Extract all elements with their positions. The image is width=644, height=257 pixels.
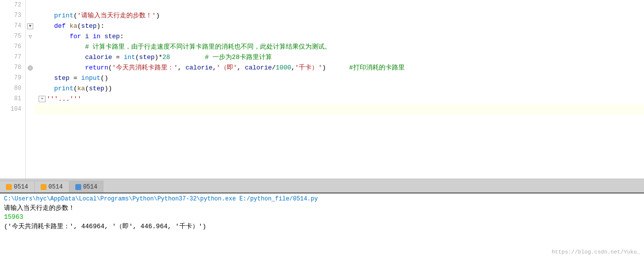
- tab-label-1: 0514: [14, 184, 28, 191]
- line-num-77: 77: [0, 52, 25, 63]
- code-line-78: return('今天共消耗卡路里：', calorie,'（即', calori…: [35, 63, 644, 73]
- code-line-74: def ka(step):: [35, 21, 644, 31]
- arrow-icon-75: ▽: [29, 33, 32, 40]
- gutter-area: ▼ ▽: [26, 0, 35, 179]
- tab-0514-3[interactable]: 0514: [69, 181, 104, 193]
- tabs-bar: 0514 0514 0514: [0, 179, 644, 193]
- breakpoint-icon-78[interactable]: [28, 65, 33, 70]
- gutter-75: ▽: [26, 31, 35, 42]
- line-num-79: 79: [0, 73, 25, 83]
- console-output: ('今天共消耗卡路里：', 446964, '（即', 446.964, '千卡…: [4, 222, 640, 231]
- line-num-80: 80: [0, 83, 25, 94]
- gutter-80: [26, 83, 35, 94]
- tab-icon-2: [41, 184, 47, 190]
- tab-icon-1: [6, 184, 12, 190]
- code-line-77: calorie = int(step)*28 # 一步为28卡路里计算: [35, 52, 644, 63]
- code-line-75: for i in step:: [35, 31, 644, 42]
- line-num-104: 104: [0, 104, 25, 115]
- console-prompt-text: 请输入当天行走的步数！: [4, 204, 75, 212]
- gutter-78[interactable]: [26, 63, 35, 73]
- gutter-79: [26, 73, 35, 83]
- code-line-76: # 计算卡路里，由于行走速度不同计算卡路里的消耗也不同，此处计算结果仅为测试。: [35, 42, 644, 52]
- gutter-74[interactable]: ▼: [26, 21, 35, 31]
- gutter-76: [26, 42, 35, 52]
- line-num-75: 75: [0, 31, 25, 42]
- gutter-81: [26, 94, 35, 104]
- fold-expand-icon-81[interactable]: +: [39, 96, 46, 102]
- gutter-73: [26, 10, 35, 21]
- code-lines[interactable]: print('请输入当天行走的步数！') def ka(step): for i…: [35, 0, 644, 179]
- console-wrapper: C:\Users\hyc\AppData\Local\Programs\Pyth…: [0, 193, 644, 257]
- code-line-73: print('请输入当天行走的步数！'): [35, 10, 644, 21]
- line-num-72: 72: [0, 0, 25, 10]
- line-num-76: 76: [0, 42, 25, 52]
- line-num-74: 74: [0, 21, 25, 31]
- code-line-104: [35, 104, 644, 115]
- tab-0514-2[interactable]: 0514: [35, 181, 69, 193]
- console-input-value: 15963: [4, 213, 640, 221]
- editor-area: 72 73 74 75 76 77 78 79 80 81 104 ▼ ▽: [0, 0, 644, 179]
- code-line-79: step = input(): [35, 73, 644, 83]
- line-numbers: 72 73 74 75 76 77 78 79 80 81 104: [0, 0, 26, 179]
- console-prompt: 请输入当天行走的步数！: [4, 203, 640, 212]
- code-line-80: print(ka(step)): [35, 83, 644, 94]
- tab-0514-1[interactable]: 0514: [0, 181, 35, 193]
- console-area: C:\Users\hyc\AppData\Local\Programs\Pyth…: [0, 193, 644, 257]
- gutter-104: [26, 104, 35, 115]
- code-line-81: +'''...''': [35, 94, 644, 104]
- fold-button-74[interactable]: ▼: [27, 23, 33, 29]
- gutter-72: [26, 0, 35, 10]
- tab-icon-3: [75, 184, 81, 190]
- code-line-72: [35, 0, 644, 10]
- line-num-73: 73: [0, 10, 25, 21]
- console-link: https://blog.csdn.net/Yuku_: [552, 249, 640, 255]
- console-path: C:\Users\hyc\AppData\Local\Programs\Pyth…: [4, 195, 640, 202]
- line-num-81: 81: [0, 94, 25, 104]
- tab-label-2: 0514: [49, 184, 63, 191]
- tab-label-3: 0514: [83, 184, 98, 191]
- line-num-78: 78: [0, 63, 25, 73]
- gutter-77: [26, 52, 35, 63]
